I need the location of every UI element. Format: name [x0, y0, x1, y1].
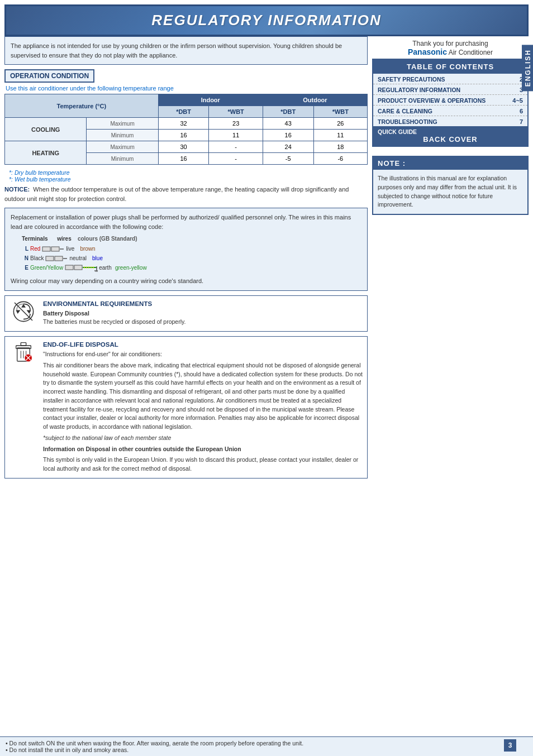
toc-label-regulatory: REGULATORY INFORMATION [378, 87, 512, 93]
wiring-n-row: N Black neutral blue [22, 254, 350, 262]
eol-title: END-OF-LIFE DISPOSAL [43, 341, 363, 348]
cooling-min-indoor-wbt: 11 [209, 130, 263, 141]
wiring-intro: Replacement or installation of power plu… [11, 213, 361, 231]
wires-label: wires [57, 236, 72, 242]
temp-col-header: Temperature (°C) [5, 94, 159, 118]
quick-guide-label: QUICK GUIDE [378, 128, 523, 135]
operation-condition-section: OPERATION CONDITION Use this air conditi… [4, 69, 368, 203]
cooling-min-indoor-dbt: 16 [158, 130, 209, 141]
warning-box: The appliance is not intended for use by… [4, 36, 368, 65]
greenyellow-label: Green/Yellow [30, 264, 63, 272]
eol-italic: *subject to the national law of each mem… [43, 434, 363, 443]
heating-min-label: Minimum [87, 153, 158, 165]
black-label: Black [30, 254, 44, 262]
cooling-max-indoor-dbt: 32 [158, 118, 209, 130]
greenyellow-colour-label: green-yellow [115, 264, 147, 272]
environmental-body: Battery Disposal The batteries must be r… [43, 309, 363, 327]
table-row: HEATING Maximum 30 - 24 18 [5, 141, 368, 153]
red-label: Red [30, 245, 40, 253]
svg-rect-6 [65, 265, 73, 270]
live-label: live [66, 245, 74, 253]
toc-item-safety: SAFETY PRECAUTIONS 2 [373, 74, 527, 84]
footer-notes: • Do not switch ON the unit when waxing … [0, 736, 533, 756]
heating-label: HEATING [5, 141, 87, 165]
eol-instruction-label: "Instructions for end-user" for air cond… [43, 350, 363, 359]
battery-text: The batteries must be recycled or dispos… [43, 318, 363, 327]
svg-rect-0 [42, 247, 50, 251]
toc-page-troubleshooting: 7 [512, 118, 523, 125]
eol-icon [9, 341, 37, 363]
terminals-label: Terminals [22, 236, 48, 242]
wiring-footer: Wiring colour may vary depending on a co… [11, 276, 361, 286]
toc-item-regulatory: REGULATORY INFORMATION 3 [373, 84, 527, 95]
eol-paragraph1: This air conditioner bears the above mar… [43, 361, 363, 432]
notice-text: When the outdoor temperature is out of t… [4, 186, 349, 202]
heating-min-outdoor-dbt: -5 [263, 153, 313, 165]
blue-label: blue [92, 254, 103, 262]
cooling-min-label: Minimum [87, 130, 158, 141]
heating-max-label: Maximum [87, 141, 158, 153]
battery-label: Battery Disposal [43, 309, 363, 318]
footer-note1: • Do not switch ON the unit when waxing … [6, 740, 527, 747]
wiring-diagram: Terminals wires colours (GB Standard) L … [22, 235, 350, 273]
heating-min-indoor-dbt: 16 [158, 153, 209, 165]
toc-header: TABLE OF CONTENTS [373, 60, 527, 74]
toc-item-care: CARE & CLEANING 6 [373, 106, 527, 116]
toc-page-safety: 2 [512, 76, 523, 83]
heating-min-indoor-wbt: - [209, 153, 263, 165]
english-tab: ENGLISH [522, 45, 533, 91]
cooling-max-label: Maximum [87, 118, 158, 130]
recycling-icon [12, 300, 35, 323]
cooling-max-indoor-wbt: 23 [209, 118, 263, 130]
warning-text: The appliance is not intended for use by… [11, 42, 342, 59]
notice-label: NOTICE: [4, 186, 30, 193]
dbt-outdoor: *DBT [263, 106, 313, 118]
heating-max-indoor-wbt: - [209, 141, 263, 153]
notice-block: NOTICE: When the outdoor temperature is … [4, 185, 368, 203]
svg-rect-3 [46, 256, 54, 261]
eol-paragraph2: This symbol is only valid in the Europea… [43, 456, 363, 473]
page-number: 3 [504, 739, 516, 752]
note-header: NOTE : [373, 157, 527, 170]
toc-page-care: 6 [512, 108, 523, 114]
cooling-min-outdoor-dbt: 16 [263, 130, 313, 141]
back-cover-label: BACK COVER [378, 135, 523, 143]
toc-item-troubleshooting: TROUBLESHOOTING 7 [373, 116, 527, 126]
wbt-outdoor: *WBT [313, 106, 367, 118]
page-title: REGULATORY INFORMATION [4, 4, 529, 36]
outdoor-header: Outdoor [263, 94, 367, 106]
e-terminal: E [22, 264, 28, 272]
wiring-section: Replacement or installation of power plu… [4, 208, 368, 291]
svg-rect-7 [74, 265, 82, 270]
heating-max-outdoor-dbt: 24 [263, 141, 313, 153]
toc-page-regulatory: 3 [512, 87, 523, 93]
toc-label-safety: SAFETY PRECAUTIONS [378, 76, 512, 83]
e-terminal-icon [64, 264, 98, 272]
l-terminal: L [22, 245, 28, 253]
earth-label: earth [99, 264, 112, 272]
toc-label-product: PRODUCT OVERVIEW & OPERATIONS [378, 97, 512, 104]
n-terminal: N [22, 254, 28, 262]
indoor-header: Indoor [158, 94, 263, 106]
environmental-content: ENVIRONMENTAL REQUIREMENTS Battery Dispo… [43, 300, 363, 327]
svg-rect-1 [51, 247, 59, 251]
thankyou-banner: Thank you for purchasing Panasonic Air C… [372, 36, 529, 59]
wiring-l-row: L Red live brown [22, 245, 350, 253]
wiring-e-row: E Green/Yellow [22, 264, 350, 272]
toc-body: SAFETY PRECAUTIONS 2 REGULATORY INFORMAT… [373, 74, 527, 126]
thankyou-text: Thank you for purchasing [374, 40, 526, 47]
environmental-section: ENVIRONMENTAL REQUIREMENTS Battery Dispo… [4, 295, 368, 332]
toc-label-troubleshooting: TROUBLESHOOTING [378, 118, 512, 125]
environmental-icon [9, 300, 37, 323]
table-of-contents: TABLE OF CONTENTS SAFETY PRECAUTIONS 2 R… [372, 59, 529, 147]
operation-condition-header: OPERATION CONDITION [4, 69, 94, 83]
brand-name: Panasonic [408, 47, 447, 56]
eol-body: "Instructions for end-user" for air cond… [43, 350, 363, 473]
cooling-max-outdoor-dbt: 43 [263, 118, 313, 130]
svg-rect-4 [55, 256, 63, 261]
cooling-max-outdoor-wbt: 26 [313, 118, 367, 130]
temperature-table: Temperature (°C) Indoor Outdoor *DBT *WB… [4, 94, 368, 165]
heating-max-outdoor-wbt: 18 [313, 141, 367, 153]
table-row: COOLING Maximum 32 23 43 26 [5, 118, 368, 130]
footer-note2: • Do not install the unit in oily and sm… [6, 747, 527, 753]
